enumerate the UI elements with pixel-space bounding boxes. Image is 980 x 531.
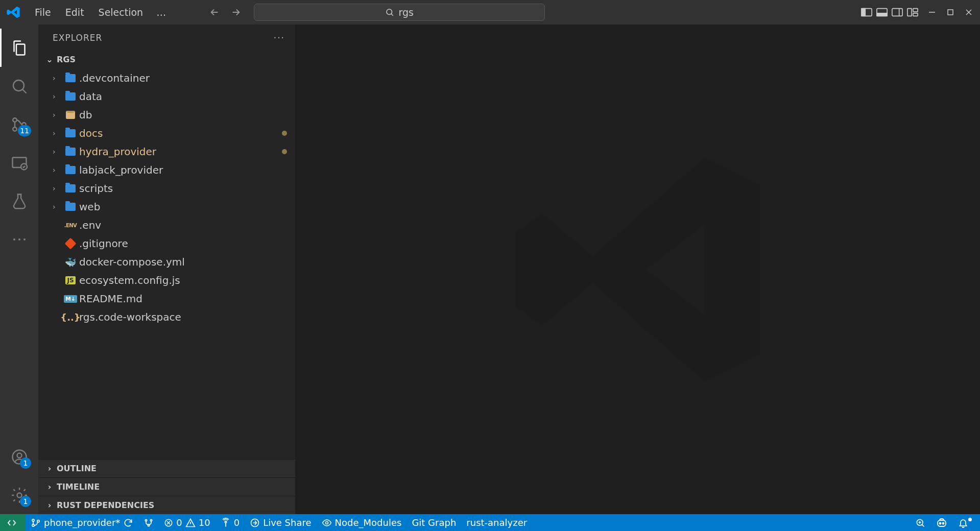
status-git-graph[interactable]: Git Graph [407, 514, 461, 531]
folder-icon [64, 74, 77, 82]
settings-badge: 1 [20, 496, 31, 507]
status-liveshare[interactable]: Live Share [245, 514, 316, 531]
activity-additional[interactable] [0, 220, 38, 258]
svg-point-28 [37, 520, 39, 522]
activity-testing[interactable] [0, 182, 38, 220]
status-ports[interactable]: 0 [216, 514, 245, 531]
toggle-secondary-sidebar-button[interactable] [890, 7, 904, 18]
eye-icon [322, 518, 332, 528]
svg-rect-5 [892, 9, 902, 16]
activity-settings[interactable]: 1 [0, 476, 38, 514]
rust-deps-section-header[interactable]: ›RUST DEPENDENCIES [38, 496, 295, 514]
warning-icon [185, 518, 196, 528]
git-file-icon [64, 239, 77, 248]
nav-forward-button[interactable] [228, 5, 244, 20]
folder-db[interactable]: ›db [38, 106, 295, 124]
activity-source-control[interactable]: 11 [0, 105, 38, 143]
file-ecosystem-config[interactable]: JSecosystem.config.js [38, 271, 295, 289]
svg-point-29 [146, 519, 147, 521]
toggle-primary-sidebar-button[interactable] [859, 7, 874, 18]
nav-back-button[interactable] [207, 5, 222, 20]
menu-file[interactable]: File [28, 4, 58, 21]
folder-icon [64, 166, 77, 174]
folder-icon [64, 184, 77, 192]
timeline-section-header[interactable]: ›TIMELINE [38, 477, 295, 496]
svg-point-30 [151, 519, 152, 521]
maximize-button[interactable] [943, 5, 958, 19]
menu-edit[interactable]: Edit [58, 4, 91, 21]
sidebar-more-icon[interactable]: ··· [274, 33, 285, 43]
menu-bar: File Edit Selection … [28, 4, 172, 21]
folder-labjack-provider[interactable]: ›labjack_provider [38, 161, 295, 179]
antenna-icon [221, 518, 231, 528]
folder-icon [64, 92, 77, 101]
zoom-in-icon [915, 518, 925, 528]
close-button[interactable] [962, 5, 976, 19]
svg-rect-11 [948, 10, 953, 15]
status-node-modules[interactable]: Node_Modules [317, 514, 407, 531]
bell-icon [958, 518, 968, 528]
file-docker-compose[interactable]: 🐳docker-compose.yml [38, 253, 295, 271]
remote-indicator[interactable] [0, 514, 26, 531]
file-env[interactable]: .ENV.env [38, 216, 295, 234]
folder-icon [64, 129, 77, 137]
layout-controls [859, 7, 920, 18]
workspace-section-header[interactable]: ⌄ RGS [38, 51, 295, 68]
folder-scripts[interactable]: ›scripts [38, 179, 295, 198]
status-git-graph-icon[interactable] [138, 514, 159, 531]
folder-docs[interactable]: ›docs [38, 124, 295, 142]
chevron-right-icon: › [44, 482, 55, 492]
vscode-watermark-icon [505, 137, 771, 402]
folder-icon [64, 203, 77, 211]
status-copilot[interactable] [930, 514, 953, 531]
source-control-badge: 11 [18, 125, 31, 136]
activity-accounts[interactable]: 1 [0, 438, 38, 476]
svg-point-21 [18, 238, 20, 240]
file-readme[interactable]: M↓README.md [38, 289, 295, 308]
activity-explorer[interactable] [0, 29, 38, 67]
status-problems[interactable]: 0 10 [159, 514, 215, 531]
error-icon [164, 518, 173, 527]
command-center-search[interactable]: rgs [254, 4, 545, 21]
env-file-icon: .ENV [64, 223, 77, 228]
nav-history [207, 5, 244, 20]
activity-bar: 11 1 1 [0, 25, 38, 514]
menu-selection[interactable]: Selection [91, 4, 151, 21]
svg-rect-9 [913, 13, 918, 16]
folder-data[interactable]: ›data [38, 87, 295, 106]
database-icon [64, 111, 77, 119]
status-zoom[interactable] [910, 514, 930, 531]
svg-point-27 [32, 524, 34, 526]
file-gitignore[interactable]: .gitignore [38, 234, 295, 253]
status-branch[interactable]: phone_provider* [26, 514, 138, 531]
chevron-right-icon: › [44, 500, 55, 510]
svg-point-20 [13, 238, 15, 240]
modified-dot-icon [282, 131, 287, 136]
docker-file-icon: 🐳 [64, 257, 77, 268]
folder-web[interactable]: ›web [38, 198, 295, 216]
folder-icon [64, 148, 77, 156]
folder-devcontainer[interactable]: ›.devcontainer [38, 69, 295, 87]
svg-point-26 [32, 519, 34, 521]
customize-layout-button[interactable] [905, 7, 920, 18]
file-code-workspace[interactable]: {..}rgs.code-workspace [38, 308, 295, 326]
svg-rect-2 [862, 9, 865, 16]
activity-remote-explorer[interactable] [0, 143, 38, 182]
accounts-badge: 1 [20, 457, 31, 469]
toggle-panel-button[interactable] [875, 7, 889, 18]
status-rust-analyzer[interactable]: rust-analyzer [461, 514, 532, 531]
svg-point-37 [325, 521, 328, 524]
status-bar: phone_provider* 0 10 0 Live Share Node_M… [0, 514, 980, 531]
svg-rect-7 [907, 9, 912, 16]
menu-overflow[interactable]: … [150, 4, 172, 21]
folder-hydra-provider[interactable]: ›hydra_provider [38, 142, 295, 161]
svg-point-22 [23, 238, 26, 240]
outline-section-header[interactable]: ›OUTLINE [38, 459, 295, 477]
minimize-button[interactable] [925, 5, 939, 19]
app-logo [4, 3, 22, 21]
modified-dot-icon [282, 149, 287, 154]
activity-search[interactable] [0, 67, 38, 105]
svg-point-16 [13, 127, 17, 131]
status-notifications[interactable] [953, 514, 980, 531]
svg-rect-8 [913, 9, 918, 12]
